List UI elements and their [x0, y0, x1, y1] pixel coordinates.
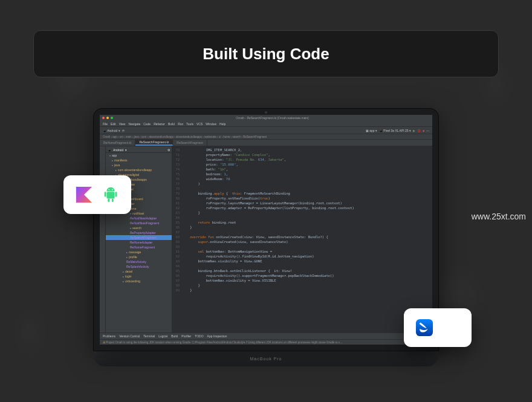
- code-line[interactable]: 91 val bottomNav: BottomNavigationView =: [172, 249, 432, 254]
- editor-tabs: ReHomeFragment.ktReSearchFragment.ktReSe…: [100, 140, 432, 146]
- tab-rehomefragment-kt[interactable]: ReHomeFragment.kt: [100, 140, 135, 146]
- tree-item-repropertyadapter[interactable]: RePropertyAdapter: [106, 230, 172, 235]
- menu-navigate[interactable]: Navigate: [128, 122, 140, 126]
- menu-window[interactable]: Window: [206, 122, 216, 126]
- module-selector[interactable]: ▣ app ▾: [366, 129, 377, 132]
- more-tools-icon[interactable]: ⋯: [426, 129, 429, 132]
- code-line[interactable]: 87: [172, 230, 432, 235]
- tree-item-message[interactable]: ▸ message: [106, 250, 172, 254]
- code-line[interactable]: 83 }: [172, 210, 432, 215]
- tree-item-app[interactable]: ▾ app: [106, 153, 172, 158]
- android-icon: [102, 186, 120, 204]
- tool-window-profiler[interactable]: Profiler: [181, 334, 191, 338]
- project-tree[interactable]: 📱 Android ▾ ⚙ ▾ app▸ manifests▾ java▸ co…: [106, 146, 172, 332]
- tool-window-terminal[interactable]: Terminal: [143, 334, 155, 338]
- code-line[interactable]: 94: [172, 264, 432, 268]
- tree-item-profile[interactable]: ▸ profile: [106, 254, 172, 259]
- menu-vcs[interactable]: VCS: [196, 122, 203, 126]
- code-line[interactable]: 78: [172, 186, 432, 191]
- menu-refactor[interactable]: Refactor: [154, 122, 165, 126]
- tree-item-search[interactable]: ▾ search: [106, 225, 172, 230]
- code-editor[interactable]: 70 IMG_ITEM_SEARCH_2,71 propertyName: "C…: [172, 146, 432, 332]
- swiftui-icon: [415, 319, 433, 337]
- tree-item-renotifikasifragment[interactable]: ReNotifikasiFragment: [106, 221, 172, 225]
- tree-header[interactable]: 📱 Android ▾ ⚙: [106, 148, 172, 153]
- tree-item-onboarding[interactable]: ▸ onboarding: [106, 279, 172, 284]
- tree-item-rehomeadapter[interactable]: ReHomeAdapter: [106, 240, 172, 245]
- gear-icon[interactable]: ⚙: [167, 148, 170, 152]
- code-line[interactable]: 98 }: [172, 283, 432, 288]
- menu-code[interactable]: Code: [143, 122, 151, 126]
- code-line[interactable]: 93 bottomNav.visibility = View.GONE: [172, 259, 432, 264]
- tool-window-version-control[interactable]: Version Control: [119, 334, 140, 338]
- svg-rect-3: [108, 199, 109, 203]
- menu-edit[interactable]: Edit: [111, 122, 116, 126]
- code-line[interactable]: 77 ): [172, 181, 432, 186]
- tree-item-rehomefragment[interactable]: ReHomeFragment: [106, 245, 172, 250]
- project-dropdown[interactable]: 📱 Android ▾: [103, 129, 120, 132]
- tree-item-resplashactivity[interactable]: ReSplashActivity: [106, 264, 172, 269]
- tree-item-login[interactable]: ▸ login: [106, 274, 172, 279]
- code-line[interactable]: 90: [172, 244, 432, 249]
- code-line[interactable]: 80 rvProperty.setHasFixedSize(true): [172, 196, 432, 201]
- menu-build[interactable]: Build: [168, 122, 175, 126]
- tool-window-app-inspection[interactable]: App Inspection: [207, 334, 227, 338]
- menu-tools[interactable]: Tools: [186, 122, 193, 126]
- menu-help[interactable]: Help: [219, 122, 225, 126]
- tool-window-strip-left[interactable]: [100, 146, 106, 332]
- device-selector[interactable]: 📱 Pixel 3a XL API 25 ▾: [379, 129, 411, 132]
- tree-item-remainactivity[interactable]: ReMainActivity: [106, 259, 172, 264]
- run-icon[interactable]: ▶: [413, 129, 415, 132]
- code-line[interactable]: 89 super.onViewCreated(view, savedInstan…: [172, 239, 432, 244]
- tab-researchfragment[interactable]: ReSearchFragment: [173, 140, 207, 146]
- stop-icon[interactable]: ■: [423, 129, 424, 132]
- code-line[interactable]: 75 bedroom: 1,: [172, 172, 432, 177]
- tool-window-build[interactable]: Build: [171, 334, 178, 338]
- code-line[interactable]: 99 }: [172, 288, 432, 293]
- svg-point-6: [112, 189, 113, 190]
- window-minimize-icon[interactable]: [106, 117, 109, 119]
- code-line[interactable]: 74 bath: "1m",: [172, 167, 432, 172]
- code-line[interactable]: 95 binding.btnBack.setOnClickListener { …: [172, 268, 432, 273]
- platform-badge-android: [63, 175, 131, 214]
- code-line[interactable]: 81 rvProperty.layoutManager = LinearLayo…: [172, 201, 432, 206]
- window-maximize-icon[interactable]: [111, 117, 113, 119]
- debug-icon[interactable]: 🐞: [417, 129, 421, 132]
- tab-researchfragment-kt[interactable]: ReSearchFragment.kt: [135, 140, 173, 146]
- code-line[interactable]: 79 binding.apply { this: FragmentReSearc…: [172, 191, 432, 196]
- tree-item-detail[interactable]: ▸ detail: [106, 269, 172, 274]
- code-line[interactable]: 76 wideRoom: 70: [172, 177, 432, 181]
- window-close-icon[interactable]: [102, 117, 105, 119]
- laptop-mockup: Omah - ReSearchFragment.kt [Omah.realest…: [94, 109, 438, 366]
- menu-file[interactable]: File: [103, 122, 108, 126]
- menu-run[interactable]: Run: [178, 122, 183, 126]
- code-line[interactable]: 86 }: [172, 225, 432, 230]
- code-line[interactable]: 92 requireActivity().findViewById(R.id.b…: [172, 254, 432, 259]
- tree-item-researchfragment[interactable]: ReSearchFragment: [106, 235, 172, 240]
- tree-item-com-aksantarabundleapp[interactable]: ▸ com.aksantarabundleapp: [106, 167, 172, 172]
- code-line[interactable]: 82 rvProperty.adapter = RePropertyAdapte…: [172, 206, 432, 210]
- code-line[interactable]: 85 return binding.root: [172, 220, 432, 225]
- window-titlebar: Omah - ReSearchFragment.kt [Omah.realest…: [100, 115, 432, 121]
- apple-icon: [442, 319, 460, 337]
- sync-icon[interactable]: ⟳: [122, 129, 125, 132]
- title-card: Built Using Code: [33, 30, 499, 77]
- tree-item-manifests[interactable]: ▸ manifests: [106, 158, 172, 163]
- menu-view[interactable]: View: [119, 122, 126, 126]
- menu-bar: FileEditViewNavigateCodeRefactorBuildRun…: [100, 121, 432, 127]
- code-line[interactable]: 84: [172, 215, 432, 220]
- tool-window-logcat[interactable]: Logcat: [158, 334, 167, 338]
- tree-item-java[interactable]: ▾ java: [106, 163, 172, 167]
- code-line[interactable]: 97 bottomNav.visibility = View.VISIBLE: [172, 278, 432, 283]
- tool-window-problems[interactable]: Problems: [103, 334, 115, 338]
- svg-point-5: [108, 189, 109, 190]
- breadcrumb[interactable]: Omah › app › src › main › java › com › a…: [100, 134, 432, 140]
- tree-item-renotifikasiadapter[interactable]: ReNotifikasiAdapter: [106, 216, 172, 221]
- code-line[interactable]: 73 price: "15.000",: [172, 162, 432, 167]
- code-line[interactable]: 70 IMG_ITEM_SEARCH_2,: [172, 148, 432, 152]
- code-line[interactable]: 71 propertyName: "Candice Complex",: [172, 152, 432, 157]
- code-line[interactable]: 72 location: "Jl. Pemuda No. 634, Jakart…: [172, 157, 432, 162]
- code-line[interactable]: 96 requireActivity().supportFragmentMana…: [172, 273, 432, 278]
- code-line[interactable]: 88 override fun onViewCreated(view: View…: [172, 235, 432, 239]
- tool-window-todo[interactable]: TODO: [195, 334, 203, 338]
